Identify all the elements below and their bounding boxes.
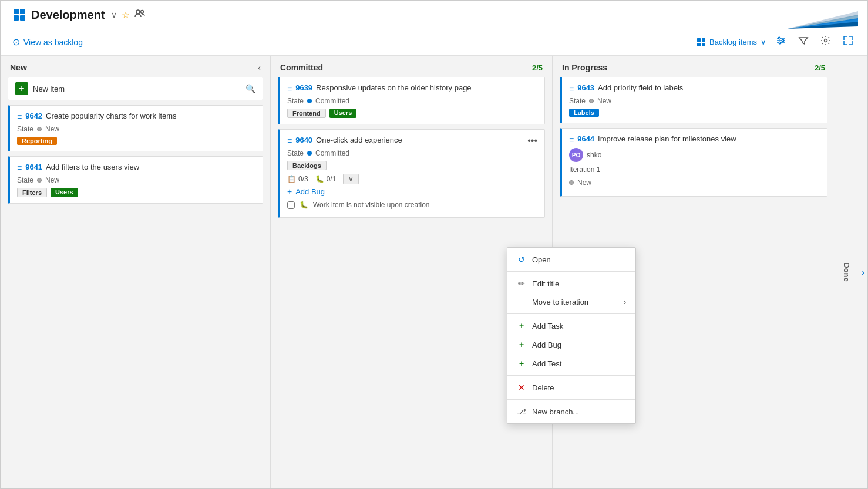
card-9640-more-button[interactable]: ••• — [525, 134, 540, 147]
card-9643-title: Add priority field to labels — [598, 83, 683, 92]
card-9639-state-value: Committed — [315, 97, 349, 105]
app-logo-icon — [12, 8, 26, 22]
bug-small-icon: 🐛 — [300, 201, 308, 209]
card-9644[interactable]: ≡ 9644 Improve release plan for mileston… — [560, 128, 827, 197]
svg-rect-0 — [14, 9, 19, 14]
card-9644-assignee-suffix: shko — [587, 151, 601, 159]
board-next-icon[interactable]: › — [862, 267, 864, 278]
menu-add-bug-label: Add Bug — [532, 340, 561, 349]
card-9641-tag-users[interactable]: Users — [51, 188, 78, 197]
menu-new-branch-label: New branch... — [532, 407, 579, 416]
card-9640-bugs-count: 🐛 0/1 — [315, 175, 337, 183]
backlog-arrow-icon: ⊙ — [12, 36, 20, 48]
card-9640-state-value: Committed — [315, 149, 349, 157]
new-item-bar: + New item 🔍 — [8, 77, 263, 100]
header: Development ∨ ☆ — [1, 1, 867, 29]
menu-item-move-iteration[interactable]: Move to iteration › — [507, 293, 635, 311]
card-9643-tag-labels[interactable]: Labels — [569, 109, 599, 117]
column-done[interactable]: Done — [835, 56, 858, 488]
card-9644-state-dot — [569, 180, 574, 185]
menu-add-test-icon: + — [517, 359, 526, 368]
backlog-items-button[interactable]: Backlog items ∨ — [697, 38, 766, 47]
svg-point-5 — [140, 11, 143, 14]
card-9639-title: Responsive updates on the older history … — [316, 83, 472, 92]
new-item-plus-icon[interactable]: + — [15, 82, 28, 95]
menu-divider-4 — [507, 399, 635, 400]
svg-point-19 — [779, 42, 781, 44]
card-9639-id: 9639 — [295, 83, 312, 92]
menu-open-label: Open — [532, 255, 551, 264]
menu-item-delete[interactable]: ✕ Delete — [507, 378, 635, 397]
add-bug-label: Add Bug — [295, 187, 325, 196]
card-9642-tag-reporting[interactable]: Reporting — [17, 137, 57, 145]
card-9640-type-icon: ≡ — [287, 136, 292, 146]
column-committed-header: Committed 2/5 — [271, 56, 552, 77]
svg-rect-3 — [20, 15, 25, 21]
menu-item-add-bug[interactable]: + Add Bug — [507, 335, 635, 354]
column-in-progress-count: 2/5 — [815, 63, 825, 72]
favorite-icon[interactable]: ☆ — [122, 9, 130, 21]
task-icon: 📋 — [287, 175, 296, 183]
svg-point-17 — [778, 37, 780, 39]
card-9640-state-dot — [307, 151, 312, 156]
card-9639-tag-users[interactable]: Users — [329, 109, 357, 118]
menu-open-icon: ↺ — [517, 255, 526, 264]
new-item-label: New item — [33, 85, 65, 93]
card-9641-tag-filters[interactable]: Filters — [17, 188, 47, 197]
menu-item-open[interactable]: ↺ Open — [507, 250, 635, 269]
card-9644-title: Improve release plan for milestones view — [598, 134, 736, 143]
card-9643[interactable]: ≡ 9643 Add priority field to labels Stat… — [560, 77, 827, 123]
project-title: Development — [31, 8, 105, 22]
column-committed-title: Committed — [280, 63, 323, 72]
column-committed-count: 2/5 — [532, 63, 543, 72]
card-9640-tasks-value: 0/3 — [298, 175, 308, 183]
card-9641-type-icon: ≡ — [17, 163, 22, 173]
card-9641[interactable]: ≡ 9641 Add filters to the users view Sta… — [8, 156, 263, 204]
card-9639-state-dot — [307, 99, 312, 103]
menu-add-bug-icon: + — [517, 340, 526, 349]
menu-item-new-branch[interactable]: ⎇ New branch... — [507, 402, 635, 421]
card-9640-expand-button[interactable]: ∨ — [343, 174, 359, 184]
filter-settings-icon[interactable] — [773, 34, 789, 50]
card-9643-id: 9643 — [577, 83, 594, 92]
card-9640-work-item-row: 🐛 Work item is not visible upon creation — [287, 198, 537, 211]
view-backlog-label: View as backlog — [23, 38, 83, 47]
column-new-collapse-icon[interactable]: ‹ — [258, 63, 261, 72]
card-9640-tag-backlogs[interactable]: Backlogs — [287, 161, 327, 170]
view-backlog-link[interactable]: ⊙ View as backlog — [12, 36, 83, 48]
settings-icon[interactable] — [818, 34, 833, 50]
menu-item-edit-title[interactable]: ✏ Edit title — [507, 274, 635, 293]
column-new-body: + New item 🔍 ≡ 9642 Create popularity ch… — [1, 77, 270, 488]
menu-item-add-task[interactable]: + Add Task — [507, 316, 635, 335]
card-9643-state-dot — [589, 99, 594, 103]
card-9641-state-dot — [37, 178, 42, 183]
card-9642-state-dot — [37, 127, 42, 131]
work-item-description: Work item is not visible upon creation — [313, 201, 430, 209]
card-9639[interactable]: ≡ 9639 Responsive updates on the older h… — [278, 77, 545, 124]
card-9640-id: 9640 — [295, 136, 312, 144]
backlog-items-label: Backlog items — [709, 38, 757, 46]
card-9644-state-value: New — [577, 178, 591, 187]
card-9639-tag-frontend[interactable]: Frontend — [287, 109, 326, 118]
card-9644-iteration-label: Iteration 1 — [569, 166, 600, 174]
card-9639-type-icon: ≡ — [287, 84, 292, 93]
expand-icon[interactable] — [840, 34, 856, 50]
bug-icon: 🐛 — [315, 175, 324, 183]
column-done-label: Done — [842, 262, 851, 282]
card-9640-state-label: State — [287, 149, 304, 157]
svg-rect-11 — [702, 38, 705, 42]
menu-item-add-test[interactable]: + Add Test — [507, 354, 635, 373]
card-9640-add-bug-row[interactable]: + Add Bug — [287, 184, 537, 198]
card-9640-bugs-value: 0/1 — [327, 175, 337, 183]
card-9640-tasks-count: 📋 0/3 — [287, 175, 308, 183]
new-item-search-icon[interactable]: 🔍 — [245, 84, 255, 93]
menu-edit-icon: ✏ — [517, 279, 526, 288]
card-9640[interactable]: ≡ 9640 One-click add experience ••• Stat… — [278, 129, 545, 218]
card-9642[interactable]: ≡ 9642 Create popularity charts for work… — [8, 105, 263, 151]
team-icon[interactable] — [134, 8, 145, 21]
svg-rect-10 — [697, 38, 701, 42]
work-item-checkbox[interactable] — [287, 201, 295, 209]
title-dropdown-icon[interactable]: ∨ — [111, 10, 117, 19]
card-9641-state-value: New — [45, 176, 59, 184]
filter-icon[interactable] — [796, 34, 811, 50]
